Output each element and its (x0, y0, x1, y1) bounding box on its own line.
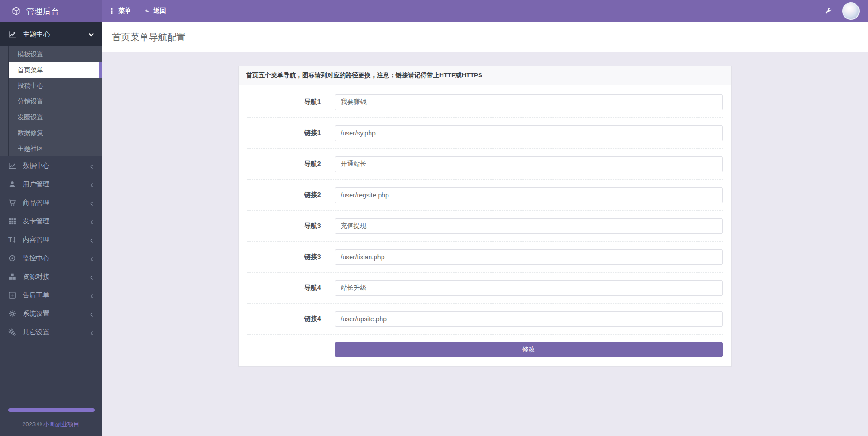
cart-icon (8, 199, 16, 207)
dashed-divider (247, 179, 723, 180)
submit-row: 修改 (247, 342, 723, 357)
field-label: 链接1 (247, 129, 321, 137)
sidebar-item-theme-center[interactable]: 主题中心 (0, 22, 102, 46)
dashed-divider (247, 117, 723, 118)
dashed-divider (247, 303, 723, 304)
field-input[interactable] (335, 311, 723, 327)
sidebar-subitem[interactable]: 分销设置 (0, 93, 102, 109)
form-row: 导航3 (247, 218, 723, 234)
copyright-year: 2023 © (22, 421, 43, 428)
field-input[interactable] (335, 249, 723, 265)
sidebar-subitem[interactable]: 模板设置 (0, 46, 102, 62)
reply-icon (144, 8, 150, 14)
chevron-left-icon (89, 237, 94, 242)
gear-icon (8, 310, 16, 318)
sidebar-item[interactable]: 系统设置 (0, 304, 102, 323)
field-input[interactable] (335, 218, 723, 234)
sidebar-item[interactable]: 发卡管理 (0, 212, 102, 230)
sidebar-item-label: 售后工单 (23, 291, 49, 300)
sidebar: 主题中心 模板设置首页菜单投稿中心分销设置发圈设置数据修复主题社区 数据中心用户… (0, 22, 102, 436)
field-label: 导航4 (247, 284, 321, 292)
user-icon (8, 180, 16, 188)
dashed-divider (247, 210, 723, 211)
sidebar-item[interactable]: T内容管理 (0, 230, 102, 249)
dashed-divider (247, 334, 723, 335)
panel-body: 导航1链接1导航2链接2导航3链接3导航4链接4 修改 (239, 85, 731, 366)
line-chart-icon (8, 162, 16, 170)
sidebar-scrollbar-thumb[interactable] (8, 408, 95, 412)
field-input[interactable] (335, 125, 723, 141)
back-label: 返回 (153, 7, 166, 15)
panel-header: 首页五个菜单导航，图标请到对应的路径更换，注意：链接请记得带上HTTP或HTTP… (239, 66, 731, 85)
chevron-left-icon (89, 200, 94, 205)
sidebar-subitem[interactable]: 主题社区 (0, 141, 102, 156)
sidebar-submenu: 模板设置首页菜单投稿中心分销设置发圈设置数据修复主题社区 (0, 46, 102, 156)
chevron-left-icon (89, 219, 94, 224)
sidebar-item-label: 数据中心 (23, 161, 49, 170)
sidebar-item[interactable]: 资源对接 (0, 267, 102, 286)
topbar-right (825, 2, 868, 20)
form-row: 导航1 (247, 94, 723, 110)
dashed-divider (247, 272, 723, 273)
field-label: 导航2 (247, 160, 321, 168)
chevron-left-icon (89, 163, 94, 168)
menu-toggle-button[interactable]: 菜单 (109, 7, 131, 15)
dashed-divider (247, 148, 723, 149)
sidebar-item-label: 系统设置 (23, 309, 49, 318)
field-label: 导航3 (247, 222, 321, 230)
topbar: 管理后台 菜单 返回 (0, 0, 868, 22)
page-title: 首页菜单导航配置 (112, 31, 186, 43)
sidebar-subitem[interactable]: 发圈设置 (0, 109, 102, 125)
save-button[interactable]: 修改 (335, 342, 723, 357)
sidebar-item[interactable]: 商品管理 (0, 193, 102, 212)
wrench-icon[interactable] (825, 7, 832, 15)
sidebar-item[interactable]: 用户管理 (0, 175, 102, 193)
form-row: 链接1 (247, 125, 723, 141)
topbar-nav: 菜单 返回 (109, 7, 166, 15)
sidebar-item-label: 监控中心 (23, 254, 49, 263)
form-row: 导航2 (247, 156, 723, 172)
sidebar-item[interactable]: 监控中心 (0, 249, 102, 267)
sidebar-item-label: 资源对接 (23, 272, 49, 281)
cube-icon (12, 7, 20, 15)
grid-icon (8, 217, 16, 225)
main-area: 首页菜单导航配置 首页五个菜单导航，图标请到对应的路径更换，注意：链接请记得带上… (102, 0, 868, 436)
form-row: 导航4 (247, 280, 723, 296)
content-area: 首页五个菜单导航，图标请到对应的路径更换，注意：链接请记得带上HTTP或HTTP… (102, 52, 868, 436)
sidebar-item[interactable]: 数据中心 (0, 156, 102, 175)
sidebar-subitem[interactable]: 投稿中心 (0, 78, 102, 93)
svg-text:T: T (8, 236, 12, 243)
sidebar-item[interactable]: 售后工单 (0, 286, 102, 304)
sidebar-item[interactable]: 其它设置 (0, 323, 102, 341)
field-input[interactable] (335, 280, 723, 296)
text-icon: T (8, 236, 16, 244)
sidebar-item-label: 发卡管理 (23, 217, 49, 226)
sidebar-subitem[interactable]: 首页菜单 (9, 62, 102, 78)
user-avatar[interactable] (842, 2, 860, 20)
chevron-down-icon (88, 31, 94, 37)
page-header: 首页菜单导航配置 (102, 22, 868, 52)
field-label: 链接2 (247, 191, 321, 199)
copyright: 2023 © 小哥副业项目 (0, 420, 102, 436)
copyright-link[interactable]: 小哥副业项目 (43, 421, 79, 428)
field-label: 链接3 (247, 253, 321, 261)
field-input[interactable] (335, 187, 723, 203)
sidebar-item-label: 其它设置 (23, 328, 49, 337)
menu-toggle-label: 菜单 (118, 7, 131, 15)
dots-vertical-icon (109, 8, 115, 14)
form-row: 链接4 (247, 311, 723, 327)
chevron-left-icon (89, 311, 94, 316)
sidebar-subitem[interactable]: 数据修复 (0, 125, 102, 141)
sidebar-item-label: 用户管理 (23, 180, 49, 189)
chevron-left-icon (89, 182, 94, 187)
brand[interactable]: 管理后台 (0, 0, 102, 22)
field-input[interactable] (335, 94, 723, 110)
app-title: 管理后台 (26, 6, 60, 17)
field-input[interactable] (335, 156, 723, 172)
plus-square-icon (8, 291, 16, 299)
chevron-left-icon (89, 293, 94, 298)
form-row: 链接2 (247, 187, 723, 203)
field-label: 链接4 (247, 315, 321, 323)
field-label: 导航1 (247, 98, 321, 106)
back-button[interactable]: 返回 (144, 7, 166, 15)
